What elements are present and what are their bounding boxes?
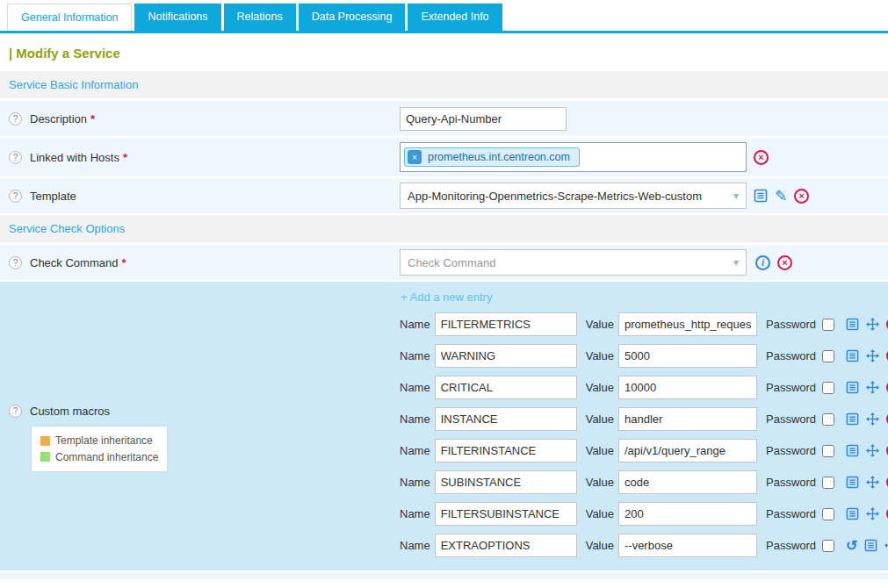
macro-name-label: Name: [400, 381, 430, 394]
check-command-label: Check Command: [30, 256, 118, 269]
macro-row: Name Value Password ↺: [400, 439, 888, 463]
remove-host-icon[interactable]: ×: [408, 150, 422, 164]
help-icon[interactable]: ?: [9, 190, 22, 203]
macro-value-input[interactable]: [618, 502, 757, 526]
move-icon[interactable]: [866, 381, 879, 394]
legend-command-inheritance: Command inheritance: [40, 449, 158, 466]
move-icon[interactable]: [866, 507, 879, 520]
macro-name-input[interactable]: [435, 439, 577, 463]
macro-name-label: Name: [400, 349, 430, 362]
list-icon[interactable]: [846, 444, 859, 457]
password-checkbox[interactable]: [822, 413, 834, 426]
macro-name-input[interactable]: [435, 502, 577, 526]
macro-value-label: Value: [586, 412, 614, 426]
tab-general-information[interactable]: General Information: [7, 4, 132, 31]
macros-legend: Template inheritance Command inheritance: [32, 427, 167, 471]
undo-glyph: ↺: [846, 539, 857, 553]
legend-template-inheritance: Template inheritance: [40, 433, 158, 449]
info-icon[interactable]: i: [755, 255, 770, 270]
macro-row: Name Value Password ↺: [400, 470, 888, 494]
password-checkbox[interactable]: [822, 319, 834, 331]
help-icon[interactable]: ?: [9, 256, 22, 269]
clear-template-icon[interactable]: ×: [794, 189, 809, 204]
chevron-down-icon: ▾: [733, 190, 739, 202]
list-icon[interactable]: [846, 349, 859, 362]
required-mark: *: [123, 151, 127, 164]
undo-icon[interactable]: ↺: [846, 539, 857, 553]
row-description: ? Description *: [0, 101, 888, 136]
custom-macros-label: Custom macros: [30, 405, 110, 418]
macro-name-input[interactable]: [435, 407, 577, 431]
move-icon[interactable]: [884, 539, 888, 552]
macro-password-label: Password: [766, 476, 816, 489]
linked-hosts-input[interactable]: × prometheus.int.centreon.com: [400, 142, 747, 172]
tab-relations[interactable]: Relations: [224, 4, 296, 31]
macro-name-label: Name: [400, 318, 430, 331]
macro-value-input[interactable]: [618, 470, 757, 494]
move-icon[interactable]: [866, 349, 879, 362]
list-icon[interactable]: [846, 318, 859, 331]
macro-password-label: Password: [766, 318, 816, 331]
list-icon[interactable]: [864, 539, 877, 552]
help-icon[interactable]: ?: [9, 112, 22, 125]
macro-name-input[interactable]: [435, 470, 577, 494]
macro-value-input[interactable]: [618, 376, 757, 399]
password-checkbox[interactable]: [822, 540, 834, 552]
clear-check-command-icon[interactable]: ×: [777, 255, 792, 270]
list-icon[interactable]: [846, 507, 859, 520]
macro-password-label: Password: [766, 349, 816, 362]
macro-row: Name Value Password ↺: [400, 502, 888, 526]
macro-value-input[interactable]: [618, 312, 757, 336]
help-icon[interactable]: ?: [9, 405, 22, 418]
macro-value-label: Value: [586, 349, 614, 362]
view-template-icon[interactable]: [754, 189, 768, 203]
macro-password-label: Password: [766, 444, 816, 457]
section-basic-information: Service Basic Information: [0, 71, 888, 98]
macro-name-input[interactable]: [435, 534, 577, 557]
description-input[interactable]: [400, 107, 567, 131]
macro-value-input[interactable]: [618, 439, 757, 463]
macro-password-label: Password: [766, 507, 816, 520]
password-checkbox[interactable]: [822, 382, 834, 394]
macro-row: Name Value Password ↺: [400, 534, 888, 557]
password-checkbox[interactable]: [822, 508, 834, 520]
list-icon[interactable]: [846, 412, 859, 426]
password-checkbox[interactable]: [822, 445, 834, 457]
password-checkbox[interactable]: [822, 477, 834, 489]
macro-name-input[interactable]: [435, 376, 577, 399]
help-icon[interactable]: ?: [9, 151, 22, 164]
move-icon[interactable]: [866, 412, 879, 426]
clear-hosts-icon[interactable]: ×: [754, 150, 769, 165]
password-checkbox[interactable]: [822, 350, 834, 362]
edit-template-icon[interactable]: ✎: [775, 189, 787, 204]
add-macro-link[interactable]: + Add a new entry: [401, 290, 492, 304]
macro-name-input[interactable]: [435, 344, 577, 368]
host-chip-label: prometheus.int.centreon.com: [428, 151, 570, 163]
tab-bar: General Information Notifications Relati…: [0, 0, 888, 33]
macro-value-label: Value: [586, 539, 614, 552]
legend-command-label: Command inheritance: [55, 449, 158, 466]
macro-value-label: Value: [586, 444, 614, 457]
list-icon[interactable]: [846, 476, 859, 489]
check-command-select[interactable]: Check Command ▾: [400, 249, 747, 276]
macro-rows: Name Value Password ↺: [400, 312, 888, 557]
list-icon[interactable]: [846, 381, 859, 394]
macro-name-label: Name: [400, 412, 430, 426]
macro-value-label: Value: [586, 381, 614, 394]
macro-value-input[interactable]: [618, 344, 757, 368]
macro-value-input[interactable]: [618, 534, 757, 557]
move-icon[interactable]: [866, 318, 879, 331]
macro-password-label: Password: [766, 539, 816, 552]
chevron-down-icon: ▾: [733, 256, 739, 269]
tab-extended-info[interactable]: Extended Info: [408, 4, 502, 31]
macro-name-input[interactable]: [435, 312, 577, 336]
move-icon[interactable]: [866, 444, 879, 457]
move-icon[interactable]: [866, 476, 879, 489]
template-select[interactable]: App-Monitoring-Openmetrics-Scrape-Metric…: [400, 183, 747, 209]
macro-row: Name Value Password ↺: [400, 407, 888, 431]
macro-value-input[interactable]: [618, 407, 757, 431]
tab-notifications[interactable]: Notifications: [134, 4, 220, 31]
tab-data-processing[interactable]: Data Processing: [299, 4, 406, 31]
section-check-options: Service Check Options: [0, 215, 888, 242]
legend-template-label: Template inheritance: [55, 433, 153, 449]
